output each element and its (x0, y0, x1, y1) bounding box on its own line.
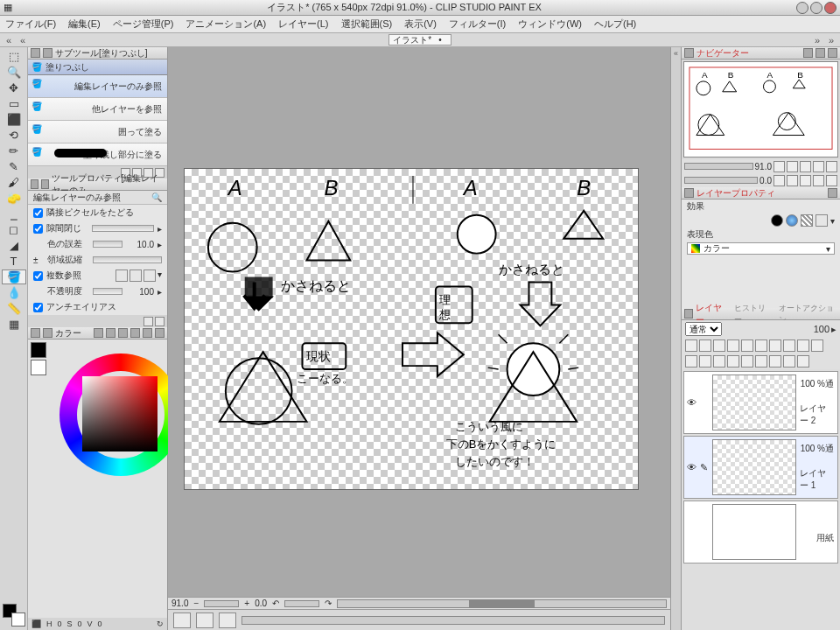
color-tol-slider[interactable] (93, 241, 122, 248)
nav-tab2[interactable] (816, 48, 825, 58)
zoom-out-icon[interactable]: − (193, 598, 199, 608)
panel-menu-icon[interactable] (43, 328, 52, 338)
panel-menu-icon[interactable] (41, 179, 49, 189)
area-exp-slider[interactable] (93, 256, 162, 263)
effect-more-icon[interactable]: ▾ (830, 216, 835, 226)
zoom-value[interactable]: 91.0 (172, 598, 188, 608)
lc4[interactable] (727, 340, 739, 352)
layer-name[interactable]: レイヤー 1 (800, 467, 834, 492)
collapse-right-icon[interactable]: » (812, 35, 822, 46)
navigator-thumbnail[interactable]: AB AB (683, 61, 838, 158)
layer-name[interactable]: レイヤー 2 (800, 402, 834, 427)
nav-rot2-icon[interactable] (787, 175, 798, 186)
lc7[interactable] (769, 340, 781, 352)
antialias-check[interactable] (33, 303, 43, 312)
rot-cw-icon[interactable]: ↷ (325, 598, 332, 608)
gap-close-slider[interactable] (92, 225, 154, 232)
tool-6[interactable]: ✏ (2, 144, 26, 158)
layer-visibility-icon[interactable]: 👁 (684, 462, 698, 472)
zoom-in-icon[interactable]: + (244, 598, 249, 608)
tool-11[interactable]: ◻ (2, 222, 26, 237)
tool-14[interactable]: 🪣 (2, 270, 26, 284)
document-tab[interactable]: イラスト* • (388, 34, 452, 46)
subtool-item-1[interactable]: 🪣他レイヤーを参照 (28, 98, 167, 121)
lc2[interactable] (699, 340, 711, 352)
ref-opt2[interactable] (130, 270, 142, 282)
tool-3[interactable]: ▭ (2, 96, 26, 111)
timeline-btn2[interactable] (196, 612, 214, 628)
nav-rot-value[interactable]: 0.0 (760, 176, 772, 186)
expr-color-select[interactable]: カラー▾ (687, 242, 835, 255)
lc5[interactable] (741, 340, 753, 352)
lc3[interactable] (713, 340, 725, 352)
panel-grip-icon[interactable] (684, 48, 694, 58)
adj-pixel-check[interactable] (33, 208, 43, 218)
collapse-right2-icon[interactable]: » (826, 35, 836, 46)
timeline-btn3[interactable] (219, 612, 236, 628)
minimize-button[interactable] (796, 2, 808, 14)
fg-swatch[interactable] (31, 342, 46, 358)
tool-4[interactable]: ⬛ (2, 112, 26, 127)
menu-ヘルプ(H)[interactable]: ヘルプ(H) (594, 18, 636, 31)
tp-foot2[interactable] (155, 317, 164, 326)
nav-tab3[interactable] (828, 48, 837, 58)
color-tab2[interactable] (106, 328, 116, 338)
layer-item-2[interactable]: 用紙 (683, 500, 838, 564)
nav-rot-slider[interactable] (684, 177, 758, 184)
ref-more[interactable]: ▾ (158, 270, 162, 282)
nav-fit-icon[interactable] (800, 161, 811, 172)
ref-opt3[interactable] (144, 270, 156, 282)
lc6[interactable] (755, 340, 767, 352)
lcb6[interactable] (755, 355, 767, 368)
subtool-item-2[interactable]: 🪣囲って塗る (28, 121, 167, 144)
menu-ページ管理(P)[interactable]: ページ管理(P) (113, 18, 174, 31)
subtool-item-3[interactable]: 🪣塗り残し部分に塗る (28, 144, 167, 166)
tool-bg-swatch[interactable] (11, 612, 25, 626)
layer-name[interactable]: 用紙 (816, 532, 834, 544)
color-tab4[interactable] (130, 328, 140, 338)
panel-menu-icon[interactable] (43, 48, 52, 58)
tool-17[interactable]: ▦ (2, 317, 26, 332)
menu-レイヤー(L)[interactable]: レイヤー(L) (278, 18, 328, 31)
hscrollbar[interactable] (337, 599, 667, 608)
panel-grip-icon[interactable] (684, 188, 694, 198)
color-box[interactable] (82, 376, 158, 452)
effect-screen-icon[interactable] (801, 214, 813, 227)
nav-flip-icon[interactable] (813, 175, 824, 186)
subtool-header[interactable]: 🪣 塗りつぶし (28, 60, 167, 75)
tool-7[interactable]: ✎ (2, 159, 26, 174)
lc8[interactable] (783, 340, 795, 352)
close-button[interactable] (824, 2, 836, 14)
lcb7[interactable] (769, 355, 781, 368)
menu-表示(V)[interactable]: 表示(V) (404, 18, 437, 31)
menu-編集(E)[interactable]: 編集(E) (68, 18, 101, 31)
tool-13[interactable]: T (2, 254, 26, 269)
panel-grip-icon[interactable] (31, 328, 40, 338)
tool-15[interactable]: 💧 (2, 285, 26, 300)
lc1[interactable] (685, 340, 697, 352)
tp-foot1[interactable] (144, 317, 153, 326)
effect-tone-icon[interactable] (786, 214, 798, 227)
blend-mode-select[interactable]: 通常 (685, 322, 722, 336)
rotation-value[interactable]: 0.0 (255, 598, 267, 608)
tool-0[interactable]: ⬚ (2, 49, 26, 64)
lcb8[interactable] (783, 355, 795, 368)
color-tab1[interactable] (94, 328, 103, 338)
tool-9[interactable]: 🧽 (2, 191, 26, 206)
opacity-slider[interactable] (93, 288, 122, 295)
rot-ccw-icon[interactable]: ↶ (272, 598, 279, 608)
layer-item-1[interactable]: 👁✎100 %通レイヤー 1 (683, 436, 838, 499)
nav-zoom-slider[interactable] (684, 163, 753, 170)
nav-zoom-value[interactable]: 91.0 (755, 162, 772, 172)
nav-zoomin-icon[interactable] (787, 161, 798, 172)
panel-grip-icon[interactable] (31, 48, 40, 58)
lcb9[interactable] (797, 355, 809, 368)
nav-rot3-icon[interactable] (800, 175, 811, 186)
color-tol-value[interactable]: 10.0 (126, 240, 154, 249)
collapse-left-icon[interactable]: « (4, 35, 14, 46)
lcb3[interactable] (713, 355, 725, 368)
lc10[interactable] (811, 340, 823, 352)
swap-swatch-icon[interactable]: ⬛ (32, 620, 41, 628)
lcb4[interactable] (727, 355, 739, 368)
tool-12[interactable]: ◢ (2, 238, 26, 253)
